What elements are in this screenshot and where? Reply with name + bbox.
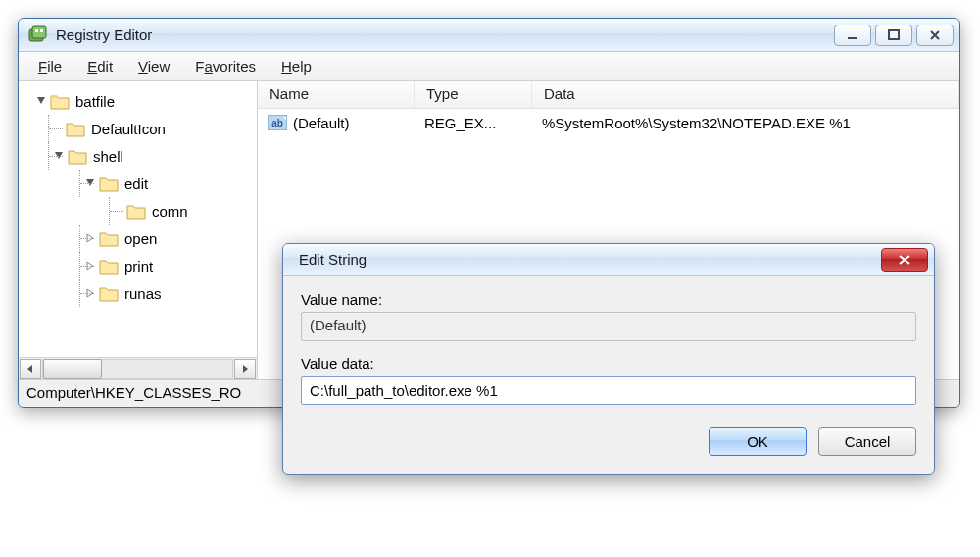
svg-rect-5 bbox=[889, 30, 899, 39]
value-data-label: Value data: bbox=[301, 355, 916, 372]
menu-edit[interactable]: Edit bbox=[75, 55, 124, 77]
tree-node-shell[interactable]: shell bbox=[19, 142, 257, 170]
value-name-label: Value name: bbox=[301, 291, 916, 308]
tree-node-open[interactable]: open bbox=[19, 225, 257, 252]
edit-string-dialog: Edit String Value name: (Default) Value … bbox=[282, 243, 935, 475]
folder-icon bbox=[99, 176, 119, 192]
svg-text:ab: ab bbox=[271, 118, 283, 128]
tree-node-command[interactable]: comn bbox=[19, 197, 257, 225]
tree-node-print[interactable]: print bbox=[19, 252, 257, 279]
minimize-button[interactable] bbox=[834, 25, 871, 46]
menu-help[interactable]: Help bbox=[270, 55, 323, 77]
folder-icon bbox=[68, 148, 87, 165]
folder-icon bbox=[50, 93, 70, 110]
tree-node-runas[interactable]: runas bbox=[19, 279, 257, 307]
svg-rect-4 bbox=[848, 37, 858, 39]
svg-rect-1 bbox=[32, 26, 46, 38]
menu-view[interactable]: View bbox=[126, 55, 181, 77]
col-name[interactable]: Name bbox=[258, 81, 415, 108]
tree-node-batfile[interactable]: batfile bbox=[19, 87, 257, 115]
folder-icon bbox=[126, 203, 146, 220]
menu-file[interactable]: File bbox=[26, 55, 74, 77]
svg-rect-2 bbox=[35, 29, 38, 32]
tree-node-defaulticon[interactable]: DefaultIcon bbox=[19, 115, 257, 142]
folder-icon bbox=[66, 121, 85, 137]
folder-icon bbox=[99, 285, 119, 302]
dialog-title: Edit String bbox=[293, 251, 881, 268]
list-header: Name Type Data bbox=[258, 81, 959, 109]
cancel-button[interactable]: Cancel bbox=[818, 427, 916, 456]
folder-icon bbox=[99, 258, 119, 275]
col-type[interactable]: Type bbox=[415, 81, 532, 108]
cell-name: (Default) bbox=[293, 115, 424, 131]
scroll-right-icon[interactable] bbox=[234, 359, 256, 379]
titlebar[interactable]: Registry Editor bbox=[19, 19, 959, 52]
tree-pane[interactable]: batfile DefaultIcon shell bbox=[19, 81, 258, 379]
menubar: File Edit View Favorites Help bbox=[19, 52, 959, 81]
ok-button[interactable]: OK bbox=[709, 427, 807, 456]
svg-rect-3 bbox=[40, 29, 43, 32]
tree-node-edit[interactable]: edit bbox=[19, 170, 257, 197]
cell-data: %SystemRoot%\System32\NOTEPAD.EXE %1 bbox=[542, 115, 851, 131]
scroll-track[interactable] bbox=[42, 359, 233, 379]
list-row[interactable]: ab (Default) REG_EX... %SystemRoot%\Syst… bbox=[258, 109, 959, 136]
menu-favorites[interactable]: Favorites bbox=[183, 55, 268, 77]
window-title: Registry Editor bbox=[56, 26, 834, 43]
app-icon bbox=[28, 25, 48, 45]
dialog-body: Value name: (Default) Value data: bbox=[283, 276, 934, 411]
value-name-field: (Default) bbox=[301, 312, 916, 341]
window-controls bbox=[834, 25, 954, 46]
scroll-left-icon[interactable] bbox=[20, 359, 41, 379]
dialog-close-button[interactable] bbox=[881, 248, 928, 272]
dialog-actions: OK Cancel bbox=[283, 411, 934, 474]
dialog-titlebar[interactable]: Edit String bbox=[283, 244, 934, 276]
expander-open-icon[interactable] bbox=[34, 94, 48, 108]
tree: batfile DefaultIcon shell bbox=[19, 87, 257, 307]
value-data-input[interactable] bbox=[301, 376, 916, 405]
col-data[interactable]: Data bbox=[532, 81, 959, 108]
tree-hscrollbar[interactable] bbox=[19, 357, 257, 379]
close-button[interactable] bbox=[916, 25, 954, 46]
scroll-thumb[interactable] bbox=[43, 359, 102, 379]
maximize-button[interactable] bbox=[875, 25, 912, 46]
cell-type: REG_EX... bbox=[424, 115, 542, 131]
folder-icon bbox=[99, 230, 119, 247]
string-value-icon: ab bbox=[268, 115, 287, 130]
